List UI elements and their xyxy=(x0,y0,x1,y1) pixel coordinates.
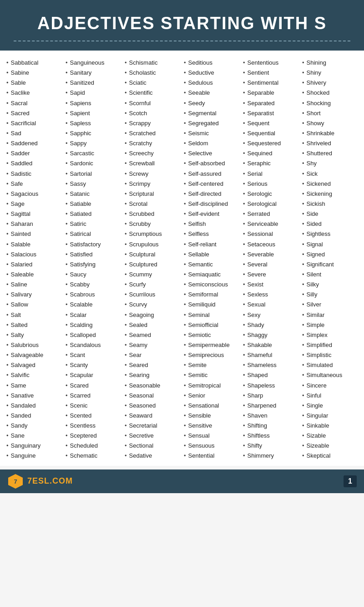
word-label: Shy xyxy=(307,159,317,168)
list-item: •Scriptural xyxy=(125,189,180,199)
bullet-icon: • xyxy=(243,411,245,420)
word-label: Sharp xyxy=(248,391,263,400)
word-label: Sanitary xyxy=(70,68,92,77)
bullet-icon: • xyxy=(184,401,186,410)
list-item: •Satisfactory xyxy=(66,240,121,250)
word-label: Selfless xyxy=(188,230,209,239)
list-item: •Scalding xyxy=(66,320,121,330)
list-item: •Serological xyxy=(243,199,298,209)
list-item: •Serviceable xyxy=(243,219,298,229)
bullet-icon: • xyxy=(243,250,245,259)
list-item: •Shy xyxy=(302,158,358,168)
list-item: •Shocking xyxy=(302,98,358,108)
list-item: •Separated xyxy=(243,98,298,108)
bullet-icon: • xyxy=(243,99,245,108)
list-item: •Scenic xyxy=(66,401,121,411)
footer-logo-7: 7 xyxy=(27,476,32,485)
word-label: Simplistic xyxy=(307,351,332,360)
word-label: Shaggy xyxy=(248,331,268,340)
list-item: •Showy xyxy=(302,118,358,128)
bullet-icon: • xyxy=(66,331,68,340)
bullet-icon: • xyxy=(6,179,9,189)
word-label: Sickened xyxy=(307,179,331,189)
word-label: Several xyxy=(248,260,268,269)
bullet-icon: • xyxy=(66,240,68,249)
content-wrapper: •Sabbatical•Sabine•Sable•Saclike•Sacral•… xyxy=(0,51,364,466)
list-item: •Sane xyxy=(6,431,62,441)
list-item: •Self-evident xyxy=(184,209,239,219)
list-item: •Sinful xyxy=(302,391,358,401)
list-item: •Shaggy xyxy=(243,330,298,340)
bullet-icon: • xyxy=(302,411,304,420)
word-label: Segregated xyxy=(188,119,219,128)
word-label: Saddled xyxy=(11,159,33,168)
word-label: Silly xyxy=(307,290,318,299)
word-label: Shriveled xyxy=(307,139,331,148)
list-item: •Shiftless xyxy=(243,431,298,441)
list-item: •Sick xyxy=(302,169,358,179)
list-item: •Saleable xyxy=(6,270,62,280)
list-item: •Seaward xyxy=(125,411,180,421)
list-item: •Scurvy xyxy=(125,300,180,310)
word-label: Scared xyxy=(70,381,89,390)
bullet-icon: • xyxy=(243,88,245,97)
bullet-icon: • xyxy=(6,451,9,460)
bullet-icon: • xyxy=(6,270,9,279)
word-label: Sadder xyxy=(11,149,30,158)
bullet-icon: • xyxy=(184,331,186,340)
bullet-icon: • xyxy=(302,68,304,77)
word-label: Sizeable xyxy=(307,441,329,450)
word-label: Sacral xyxy=(11,99,28,108)
list-item: •Semitropical xyxy=(184,381,239,391)
bullet-icon: • xyxy=(66,341,68,350)
bullet-icon: • xyxy=(66,189,68,199)
list-item: •Seasonable xyxy=(125,381,180,391)
list-item: •Scrupulous xyxy=(125,240,180,250)
list-item: •Seditious xyxy=(184,58,239,68)
list-item: •Sharpened xyxy=(243,401,298,411)
word-label: Serrated xyxy=(248,209,270,219)
page-header: ADJECTIVES STARTING WITH S xyxy=(0,0,364,51)
bullet-icon: • xyxy=(184,341,186,350)
bullet-icon: • xyxy=(66,159,68,168)
word-label: Separatist xyxy=(248,109,274,118)
bullet-icon: • xyxy=(125,361,127,370)
word-label: Skeptical xyxy=(307,451,331,460)
list-item: •Salvific xyxy=(6,370,62,380)
bullet-icon: • xyxy=(6,129,9,138)
bullet-icon: • xyxy=(66,451,68,460)
bullet-icon: • xyxy=(243,321,245,330)
word-label: Sapiens xyxy=(70,99,91,108)
list-item: •Sexist xyxy=(243,280,298,290)
list-item: •Sassy xyxy=(66,179,121,189)
bullet-icon: • xyxy=(184,411,186,420)
list-item: •Silly xyxy=(302,290,358,300)
word-label: Sanded xyxy=(11,411,31,420)
word-label: Sequential xyxy=(248,129,275,138)
word-label: Sectional xyxy=(129,441,153,450)
word-label: Scalding xyxy=(70,321,93,330)
list-item: •Sizeable xyxy=(302,441,358,451)
word-label: Sapid xyxy=(70,88,85,97)
word-label: Sculptural xyxy=(129,250,156,259)
list-item: •Screwball xyxy=(125,158,180,168)
word-label: Seagoing xyxy=(129,311,154,320)
bullet-icon: • xyxy=(302,250,304,259)
bullet-icon: • xyxy=(66,411,68,420)
word-label: Sensual xyxy=(188,431,210,440)
bullet-icon: • xyxy=(6,361,9,370)
list-item: •Secretarial xyxy=(125,421,180,431)
word-label: Single xyxy=(307,401,323,410)
list-item: •Sacrificial xyxy=(6,118,62,128)
word-label: Scratchy xyxy=(129,139,152,148)
list-item: •Scratchy xyxy=(125,138,180,148)
word-label: Seamy xyxy=(129,341,147,350)
list-item: •Satisfying xyxy=(66,260,121,270)
list-item: •Shrinkable xyxy=(302,128,358,138)
bullet-icon: • xyxy=(243,78,245,87)
bullet-icon: • xyxy=(125,68,127,77)
list-item: •Scanty xyxy=(66,360,121,370)
bullet-icon: • xyxy=(184,78,186,87)
word-label: Sainted xyxy=(11,230,31,239)
list-item: •Seldom xyxy=(184,138,239,148)
